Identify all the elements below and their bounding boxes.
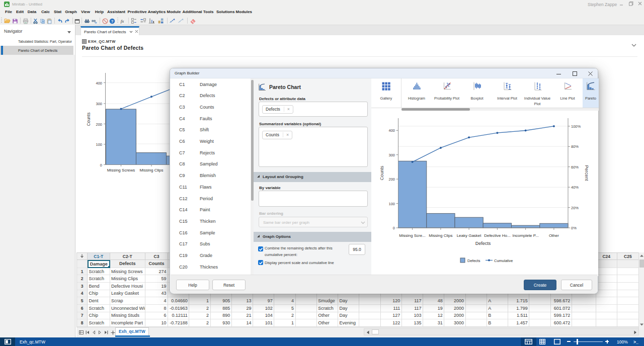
- svg-text:Leaky Gasket: Leaky Gasket: [457, 233, 482, 238]
- svg-text:Missing Screws: Missing Screws: [107, 168, 135, 172]
- svg-text:Defects: Defects: [475, 241, 491, 246]
- svg-text:60%: 60%: [571, 165, 579, 169]
- svg-text:Missing Scre...: Missing Scre...: [399, 233, 425, 238]
- svg-text:Incomplete P...: Incomplete P...: [512, 233, 538, 238]
- svg-text:400: 400: [388, 128, 395, 133]
- svg-text:0: 0: [393, 226, 395, 230]
- svg-text:0%: 0%: [571, 226, 577, 230]
- svg-text:100%: 100%: [571, 124, 581, 129]
- svg-text:300: 300: [96, 102, 102, 106]
- svg-text:100: 100: [388, 202, 395, 206]
- svg-text:20%: 20%: [571, 206, 579, 210]
- svg-text:300: 300: [388, 153, 395, 157]
- svg-text:Missing Clips: Missing Clips: [429, 233, 452, 238]
- svg-text:Missing Clips: Missing Clips: [139, 168, 163, 172]
- svg-text:Percent: Percent: [584, 165, 589, 181]
- svg-text:40%: 40%: [571, 185, 579, 190]
- svg-text:Defective Ho...: Defective Ho...: [484, 233, 510, 238]
- svg-text:Counts: Counts: [379, 165, 384, 180]
- svg-text:Counts: Counts: [86, 113, 91, 126]
- svg-text:Cumulative: Cumulative: [494, 258, 513, 263]
- svg-text:200: 200: [388, 177, 395, 182]
- svg-text:200: 200: [96, 122, 102, 127]
- svg-text:80%: 80%: [571, 144, 579, 149]
- svg-text:?: ?: [111, 19, 113, 24]
- svg-text:Defects: Defects: [467, 258, 480, 263]
- svg-text:0: 0: [100, 163, 102, 167]
- svg-text:100: 100: [96, 142, 102, 147]
- svg-text:400: 400: [96, 81, 102, 85]
- svg-text:fx: fx: [121, 19, 124, 24]
- svg-text:Other: Other: [549, 233, 559, 238]
